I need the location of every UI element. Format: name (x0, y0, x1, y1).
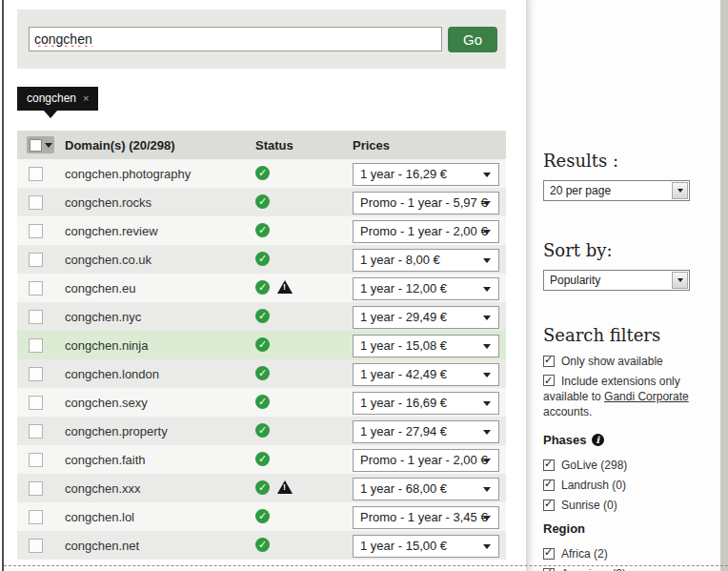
chevron-down-icon (483, 344, 491, 349)
search-term-tag[interactable]: congchen× (17, 87, 98, 111)
available-check-icon: ✓ (255, 166, 270, 180)
price-select[interactable]: 1 year - 68,00 € (353, 478, 499, 500)
price-select[interactable]: Promo - 1 year - 2,00 € (353, 449, 499, 472)
select-all-dropdown[interactable] (27, 136, 54, 153)
price-select[interactable]: 1 year - 27,94 € (353, 420, 499, 443)
row-checkbox[interactable] (29, 367, 43, 381)
close-icon[interactable]: × (83, 92, 89, 104)
row-checkbox[interactable] (29, 253, 43, 267)
search-input[interactable] (29, 27, 442, 51)
price-select-value: 1 year - 29,49 € (360, 310, 447, 324)
row-checkbox[interactable] (29, 195, 43, 210)
domain-search-page: Go congchen× Domain(s) (20/298) Status P… (0, 0, 728, 571)
domain-name: congchen.property (65, 424, 168, 438)
region-checkbox[interactable] (543, 548, 555, 560)
available-check-icon: ✓ (255, 480, 270, 495)
row-checkbox[interactable] (29, 453, 43, 467)
info-icon[interactable]: i (592, 434, 604, 446)
phase-checkbox[interactable] (543, 479, 555, 491)
row-checkbox[interactable] (29, 224, 43, 238)
chevron-down-icon (483, 430, 491, 435)
phase-checkbox[interactable] (543, 459, 555, 471)
phases-heading: Phases i (543, 433, 705, 447)
price-select-value: 1 year - 16,29 € (360, 167, 447, 181)
price-select[interactable]: 1 year - 15,00 € (353, 535, 499, 558)
column-header-prices: Prices (353, 138, 390, 153)
domain-name: congchen.rocks (65, 195, 152, 210)
search-panel: Go (17, 10, 506, 69)
select-all-checkbox[interactable] (30, 139, 42, 152)
domain-name: congchen.net (65, 539, 139, 553)
table-row: congchen.faith✓Promo - 1 year - 2,00 € (17, 445, 506, 474)
price-select[interactable]: 1 year - 12,00 € (353, 277, 499, 300)
price-select[interactable]: Promo - 1 year - 2,00 € (353, 220, 499, 243)
results-per-page-select[interactable]: 20 per page (543, 180, 690, 201)
warning-icon (277, 280, 293, 294)
phase-item: GoLive (298) (543, 459, 705, 472)
domain-name: congchen.eu (65, 281, 135, 296)
sort-by-select[interactable]: Popularity (543, 270, 690, 291)
available-check-icon: ✓ (255, 223, 270, 237)
corporate-checkbox[interactable] (543, 375, 555, 386)
chevron-down-icon (483, 459, 491, 463)
available-check-icon: ✓ (255, 452, 270, 466)
table-row: congchen.lol✓Promo - 1 year - 3,45 € (17, 502, 506, 531)
table-row: congchen.ninja✓1 year - 15,08 € (17, 331, 506, 359)
table-row: congchen.nyc✓1 year - 29,49 € (17, 302, 506, 331)
table-row: congchen.rocks✓Promo - 1 year - 5,97 € (17, 188, 506, 216)
price-select[interactable]: Promo - 1 year - 5,97 € (353, 192, 499, 214)
window-edge (2, 0, 4, 571)
chevron-down-icon (483, 201, 491, 206)
domain-name: congchen.review (65, 224, 158, 238)
domain-name: congchen.ninja (65, 338, 148, 353)
go-button[interactable]: Go (448, 27, 497, 52)
price-select[interactable]: 1 year - 29,49 € (353, 306, 499, 329)
domain-name: congchen.nyc (65, 310, 141, 324)
available-check-icon: ✓ (255, 280, 270, 295)
price-select[interactable]: Promo - 1 year - 3,45 € (353, 506, 499, 529)
tag-pointer (44, 111, 57, 118)
warning-icon (277, 480, 293, 494)
filter-only-available: Only show available (543, 355, 705, 368)
chevron-down-icon (483, 316, 491, 320)
price-select[interactable]: 1 year - 16,69 € (353, 392, 499, 415)
row-checkbox[interactable] (29, 310, 43, 324)
row-checkbox[interactable] (29, 396, 43, 410)
table-row: congchen.review✓Promo - 1 year - 2,00 € (17, 216, 506, 245)
chevron-down-icon (45, 143, 52, 148)
corporate-label-post: accounts. (543, 405, 592, 418)
only-available-checkbox[interactable] (543, 356, 555, 367)
price-select-value: 1 year - 68,00 € (360, 481, 447, 496)
phase-label: Sunrise (0) (561, 499, 617, 512)
available-check-icon: ✓ (255, 194, 270, 209)
region-label: Africa (2) (561, 547, 608, 561)
row-checkbox[interactable] (29, 539, 43, 553)
row-checkbox[interactable] (29, 424, 43, 438)
row-checkbox[interactable] (29, 481, 43, 496)
price-select[interactable]: 1 year - 8,00 € (353, 249, 499, 272)
table-row: congchen.sexy✓1 year - 16,69 € (17, 388, 506, 417)
results-heading: Results : (543, 151, 705, 171)
chevron-down-icon (483, 544, 491, 549)
row-checkbox[interactable] (29, 338, 43, 353)
table-row: congchen.property✓1 year - 27,94 € (17, 417, 506, 445)
available-check-icon: ✓ (255, 423, 270, 438)
price-select-value: 1 year - 12,00 € (360, 281, 447, 296)
price-select[interactable]: 1 year - 42,49 € (353, 363, 499, 386)
search-filters-heading: Search filters (543, 325, 705, 345)
available-check-icon: ✓ (255, 309, 270, 323)
price-select[interactable]: 1 year - 16,29 € (353, 163, 499, 186)
gandi-corporate-link[interactable]: Gandi Corporate (604, 390, 689, 403)
row-checkbox[interactable] (29, 167, 43, 181)
only-available-label: Only show available (561, 355, 663, 368)
price-select-value: 1 year - 8,00 € (360, 253, 440, 267)
price-select[interactable]: 1 year - 15,08 € (353, 335, 499, 357)
domain-name: congchen.lol (65, 510, 134, 524)
row-checkbox[interactable] (29, 510, 43, 524)
table-row: congchen.xxx✓1 year - 68,00 € (17, 474, 506, 502)
row-checkbox[interactable] (29, 281, 43, 296)
scroll-gutter (720, 0, 728, 571)
phase-checkbox[interactable] (543, 500, 555, 511)
price-select-value: 1 year - 16,69 € (360, 396, 447, 410)
chevron-down-icon (672, 272, 688, 289)
